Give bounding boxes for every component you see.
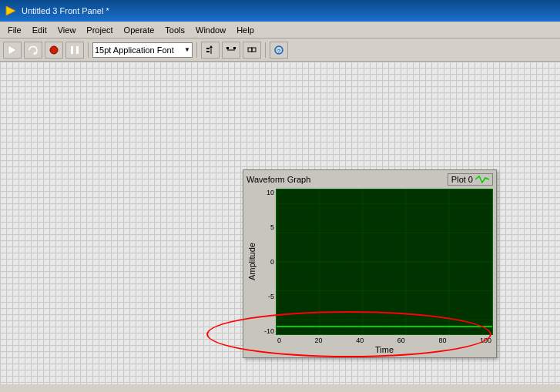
graph-bottom: 0 20 40 60 80 100 Time bbox=[276, 337, 493, 354]
run-continuously-button[interactable] bbox=[24, 42, 42, 59]
font-selector-value: 15pt Application Font bbox=[95, 45, 174, 55]
toolbar-separator-3 bbox=[265, 42, 266, 58]
y-tick-1: 5 bbox=[270, 223, 274, 231]
graph-plot-area bbox=[276, 189, 493, 335]
pause-icon bbox=[69, 45, 80, 55]
x-tick-4: 80 bbox=[438, 337, 446, 344]
run-icon bbox=[7, 45, 18, 55]
toolbar-separator-1 bbox=[88, 42, 89, 58]
menu-file[interactable]: File bbox=[3, 24, 26, 36]
y-tick-3: -5 bbox=[268, 293, 274, 300]
svg-rect-7 bbox=[206, 51, 210, 52]
resize-icon bbox=[246, 45, 257, 55]
svg-rect-11 bbox=[226, 47, 229, 49]
x-tick-5: 100 bbox=[480, 337, 491, 344]
toolbar-separator-2 bbox=[196, 42, 197, 58]
menu-window[interactable]: Window bbox=[191, 24, 230, 36]
x-axis-ticks: 0 20 40 60 80 100 bbox=[276, 337, 493, 344]
waveform-svg bbox=[277, 189, 492, 334]
run-continuously-icon bbox=[28, 45, 39, 55]
toolbar: 15pt Application Font ▼ ? bbox=[0, 39, 560, 62]
abort-icon bbox=[49, 45, 59, 55]
svg-marker-1 bbox=[8, 45, 16, 55]
context-help-icon: ? bbox=[273, 45, 284, 55]
plot-line-icon bbox=[475, 175, 489, 184]
plot-legend[interactable]: Plot 0 bbox=[448, 173, 493, 186]
resize-button[interactable] bbox=[243, 42, 261, 59]
y-axis-ticks: 10 5 0 -5 -10 bbox=[257, 189, 276, 335]
x-tick-0: 0 bbox=[277, 337, 281, 344]
x-tick-1: 20 bbox=[315, 337, 323, 344]
x-tick-3: 60 bbox=[397, 337, 405, 344]
svg-marker-9 bbox=[210, 45, 213, 48]
svg-marker-0 bbox=[6, 6, 15, 15]
svg-point-3 bbox=[50, 46, 58, 54]
x-axis-label: Time bbox=[276, 345, 493, 354]
menu-bar: File Edit View Project Operate Tools Win… bbox=[0, 22, 560, 39]
plot-label: Plot 0 bbox=[451, 175, 473, 184]
y-tick-2: 0 bbox=[270, 258, 274, 266]
window-title: Untitled 3 Front Panel * bbox=[22, 6, 109, 15]
graph-title: Waveform Graph bbox=[246, 175, 310, 184]
menu-view[interactable]: View bbox=[53, 24, 81, 36]
graph-body: Amplitude 10 5 0 -5 -10 bbox=[246, 189, 493, 335]
waveform-graph[interactable]: Waveform Graph Plot 0 Amplitude 10 5 0 -… bbox=[243, 169, 497, 358]
title-bar: Untitled 3 Front Panel * bbox=[0, 0, 560, 22]
svg-text:?: ? bbox=[277, 48, 281, 55]
distribute-button[interactable] bbox=[222, 42, 240, 59]
graph-header: Waveform Graph Plot 0 bbox=[243, 170, 496, 189]
font-selector-arrow: ▼ bbox=[184, 46, 190, 53]
main-canvas[interactable]: Waveform Graph Plot 0 Amplitude 10 5 0 -… bbox=[0, 62, 560, 384]
x-tick-2: 40 bbox=[356, 337, 364, 344]
align-icon bbox=[205, 45, 216, 55]
svg-rect-5 bbox=[76, 46, 79, 54]
menu-help[interactable]: Help bbox=[232, 24, 259, 36]
svg-rect-6 bbox=[206, 48, 210, 49]
y-tick-0: 10 bbox=[267, 189, 274, 196]
svg-rect-14 bbox=[252, 48, 256, 52]
run-button[interactable] bbox=[3, 42, 22, 59]
menu-operate[interactable]: Operate bbox=[119, 24, 159, 36]
svg-rect-12 bbox=[233, 47, 236, 49]
menu-edit[interactable]: Edit bbox=[28, 24, 52, 36]
app-icon bbox=[5, 5, 17, 17]
context-help-button[interactable]: ? bbox=[270, 42, 288, 59]
menu-tools[interactable]: Tools bbox=[160, 24, 189, 36]
y-tick-4: -10 bbox=[264, 327, 274, 335]
font-selector[interactable]: 15pt Application Font ▼ bbox=[92, 42, 193, 58]
align-button[interactable] bbox=[201, 42, 220, 59]
menu-project[interactable]: Project bbox=[82, 24, 117, 36]
pause-button[interactable] bbox=[65, 42, 84, 59]
abort-button[interactable] bbox=[45, 42, 63, 59]
y-axis-label: Amplitude bbox=[246, 189, 257, 335]
distribute-icon bbox=[226, 45, 236, 55]
svg-rect-13 bbox=[248, 48, 252, 52]
svg-rect-4 bbox=[71, 46, 73, 54]
